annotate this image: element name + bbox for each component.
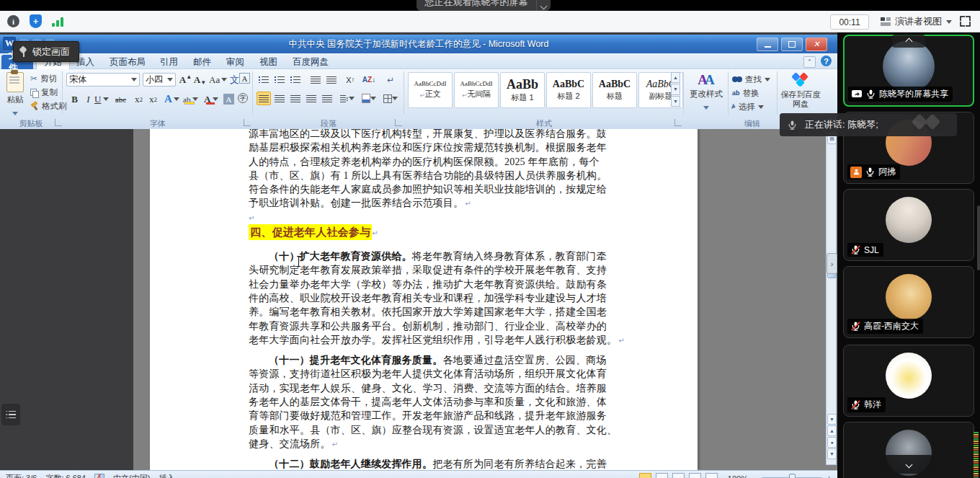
collapse-videos-button[interactable] (892, 35, 925, 48)
dialog-launcher-styles[interactable] (674, 119, 682, 126)
increase-indent-button[interactable] (324, 73, 339, 87)
tab-view[interactable]: 视图 (252, 55, 285, 69)
banner-chevron-button[interactable] (536, 0, 551, 11)
style-heading1[interactable]: AaBb 标题 1 (500, 72, 545, 108)
previous-page-button[interactable]: ▲ (827, 425, 837, 436)
enclose-characters-button[interactable]: 字 (238, 93, 248, 103)
align-right-button[interactable] (288, 92, 303, 105)
zoom-out-button[interactable]: − (752, 474, 757, 478)
draft-view-button[interactable] (705, 473, 718, 478)
replace-button[interactable]: ab替换 (732, 87, 760, 99)
copy-button[interactable]: 复制 (30, 86, 58, 99)
scroll-down-icon[interactable]: ▼ (671, 84, 680, 94)
find-button[interactable]: 查找 (732, 73, 770, 86)
shading-button[interactable] (362, 92, 376, 105)
tab-review[interactable]: 审阅 (219, 55, 251, 69)
italic-button[interactable]: I (81, 92, 95, 106)
gallery-expand-icon[interactable]: ▼ (671, 96, 680, 107)
cut-button[interactable]: ✂剪切 (30, 72, 57, 85)
change-styles-button[interactable]: AA 更改样式 (686, 73, 726, 112)
tab-page-layout[interactable]: 页面布局 (102, 55, 153, 69)
asian-layout-button[interactable]: X↕ (343, 73, 357, 87)
select-button[interactable]: 选择 (732, 100, 764, 113)
spellcheck-icon[interactable] (94, 474, 104, 478)
character-border-button[interactable]: A (239, 73, 250, 84)
word-titlebar[interactable]: W ▣ ↶ ↷ 中共中央 国务院关于加强新时代老龄工作的意见 - Microso… (0, 35, 837, 53)
dialog-launcher-clipboard[interactable] (55, 119, 62, 126)
security-shield-icon[interactable]: + (30, 14, 42, 28)
line-spacing-button[interactable]: ↕ (340, 92, 355, 105)
participant-tile[interactable]: SJL (843, 189, 974, 261)
minimize-button[interactable] (757, 37, 778, 51)
zoom-level[interactable]: 100% (728, 474, 748, 478)
multilevel-list-button[interactable] (288, 73, 303, 87)
zoom-in-button[interactable]: + (827, 474, 832, 478)
panel-collapse-handle[interactable]: › (827, 253, 837, 274)
help-button[interactable]: ? (821, 56, 832, 66)
view-mode-selector[interactable]: 演讲者视图 (881, 14, 952, 30)
language-indicator[interactable]: 中文(中国) (113, 473, 150, 478)
collapse-ribbon-button[interactable]: ⌃ (803, 56, 816, 68)
font-size-combo[interactable]: 小四 (143, 73, 176, 87)
style-no-spacing[interactable]: AaBbCcDdI 无间隔 (454, 72, 499, 108)
styles-gallery-scroll[interactable]: ▲▼▼ (671, 72, 680, 107)
save-to-baidu-netdisk-button[interactable]: 保存到百度网盘 (780, 72, 821, 109)
web-layout-view-button[interactable] (672, 473, 685, 478)
print-layout-view-button[interactable] (639, 473, 651, 478)
network-signal-icon[interactable] (52, 16, 65, 27)
change-case-button[interactable]: Aa (209, 73, 227, 87)
meeting-info-icon[interactable]: i (7, 15, 19, 27)
style-heading2[interactable]: AaBbC 标题 2 (546, 72, 591, 108)
dialog-launcher-font[interactable] (244, 119, 251, 126)
borders-button[interactable] (383, 92, 398, 105)
align-left-button[interactable] (257, 92, 271, 105)
scroll-down-button[interactable]: ▼ (827, 414, 837, 425)
style-normal[interactable]: AaBbCcDdI 正文 (408, 72, 453, 108)
font-name-combo[interactable]: 宋体 (66, 73, 140, 87)
character-shading-button[interactable]: A (223, 94, 234, 105)
member-list-toggle[interactable] (1, 404, 20, 425)
page-indicator[interactable]: 页面: 3/6 (6, 473, 37, 478)
insert-mode[interactable]: 插入 (159, 473, 174, 478)
sort-button[interactable]: AZ↓ (362, 73, 376, 87)
grow-font-button[interactable]: A▲ (179, 73, 192, 87)
justify-button[interactable] (304, 92, 318, 105)
subscript-button[interactable]: x2 (132, 92, 146, 106)
browse-object-button[interactable]: ● (827, 437, 837, 448)
strikethrough-button[interactable]: abc (114, 92, 128, 106)
paste-button[interactable]: 粘贴 (3, 72, 27, 118)
shrink-font-button[interactable]: A▼ (193, 73, 207, 87)
vertical-scrollbar[interactable]: ▤ ▼ ▲ ● ▼ (826, 132, 837, 465)
format-painter-button[interactable]: 格式刷 (30, 99, 67, 112)
fullscreen-reading-view-button[interactable] (656, 473, 668, 478)
dialog-launcher-paragraph[interactable] (395, 119, 402, 126)
participant-tile[interactable]: 高霞-西南交大 (843, 266, 974, 338)
bullets-button[interactable] (257, 73, 271, 87)
tab-baidu-netdisk[interactable]: 百度网盘 (285, 55, 336, 69)
next-page-button[interactable]: ▼ (827, 448, 837, 459)
underline-button[interactable]: U (94, 92, 109, 106)
document-page[interactable]: 源丰富地区的二级及以下医疗机构转型，开展康复、护理以及医养结合服务。鼓 励基层积… (150, 129, 698, 470)
restore-button[interactable] (781, 37, 803, 51)
screen-watch-banner[interactable]: 您正在观看陈晓琴的屏幕 (416, 0, 551, 11)
superscript-button[interactable]: x2 (146, 92, 160, 106)
show-hide-marks-button[interactable]: ↵ (383, 73, 398, 87)
tab-references[interactable]: 引用 (153, 55, 185, 69)
font-color-button[interactable]: A (204, 92, 218, 106)
align-center-button[interactable] (272, 92, 287, 105)
lock-screen-tooltip[interactable]: 锁定画面 (13, 41, 79, 62)
decrease-indent-button[interactable] (308, 73, 323, 87)
fullscreen-button[interactable] (960, 16, 971, 27)
highlight-color-button[interactable]: ab (183, 92, 198, 106)
zoom-slider-thumb[interactable] (789, 474, 796, 478)
tab-mailings[interactable]: 邮件 (186, 55, 218, 69)
distribute-button[interactable] (320, 92, 334, 105)
more-participants-button[interactable] (882, 455, 935, 474)
style-title[interactable]: AaBbC 标题 (592, 72, 637, 108)
sidebar-scrollbar[interactable] (977, 205, 980, 270)
participant-tile[interactable]: 韩洋 (843, 345, 974, 417)
numbering-button[interactable] (272, 73, 287, 87)
outline-view-button[interactable] (689, 473, 701, 478)
text-effects-button[interactable]: A (164, 92, 179, 106)
word-count[interactable]: 字数: 6,684 (45, 473, 86, 478)
